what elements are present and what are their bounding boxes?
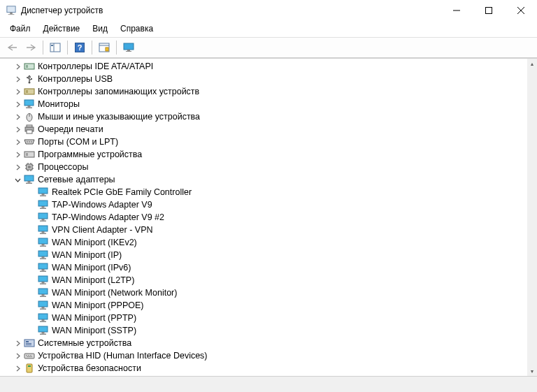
maximize-button[interactable] xyxy=(473,0,505,21)
hid-icon xyxy=(24,350,35,361)
toolbar-separator xyxy=(67,41,68,55)
svg-rect-80 xyxy=(42,307,45,309)
svg-rect-23 xyxy=(31,78,32,80)
device-tree[interactable]: Контроллеры IDE ATA/ATAPIКонтроллеры USB… xyxy=(0,59,527,376)
network-icon xyxy=(38,325,49,336)
menu-view[interactable]: Вид xyxy=(87,22,113,35)
svg-rect-27 xyxy=(28,106,31,108)
network-icon xyxy=(38,262,49,273)
category-item[interactable]: Процессоры xyxy=(0,161,527,173)
scan-hardware-button[interactable] xyxy=(96,40,113,55)
category-network-adapters[interactable]: Сетевые адаптеры xyxy=(0,173,527,186)
chevron-right-icon[interactable] xyxy=(13,363,22,373)
device-item[interactable]: TAP-Windows Adapter V9 xyxy=(0,198,527,211)
device-item[interactable]: WAN Miniport (IPv6) xyxy=(0,261,527,274)
menu-file[interactable]: Файл xyxy=(4,22,36,35)
svg-rect-95 xyxy=(30,355,31,356)
chevron-right-icon[interactable] xyxy=(13,74,22,84)
device-item[interactable]: WAN Miniport (SSTP) xyxy=(0,324,527,337)
category-item[interactable]: Мониторы xyxy=(0,98,527,110)
chevron-right-icon[interactable] xyxy=(13,112,22,122)
tree-item-label: WAN Miniport (Network Monitor) xyxy=(52,288,177,298)
tree-item-label: Сетевые адаптеры xyxy=(38,175,115,184)
chevron-right-icon[interactable] xyxy=(13,150,22,159)
network-icon xyxy=(38,237,49,248)
chevron-right-icon[interactable] xyxy=(13,99,22,109)
device-item[interactable]: WAN Miniport (PPTP) xyxy=(0,312,527,324)
svg-rect-72 xyxy=(40,271,46,273)
category-item[interactable]: Устройства безопасности xyxy=(0,362,527,375)
vertical-scrollbar[interactable]: ▲ ▼ xyxy=(527,59,537,376)
svg-rect-78 xyxy=(40,296,46,298)
network-icon xyxy=(38,275,49,286)
chevron-right-icon[interactable] xyxy=(13,87,22,96)
device-item[interactable]: VPN Client Adapter - VPN xyxy=(0,224,527,236)
device-item[interactable]: TAP-Windows Adapter V9 #2 xyxy=(0,211,527,224)
minimize-button[interactable] xyxy=(441,0,473,21)
chevron-right-icon[interactable] xyxy=(13,61,22,71)
category-item[interactable]: Контроллеры запоминающих устройств xyxy=(0,85,527,98)
svg-rect-67 xyxy=(38,251,48,256)
svg-rect-90 xyxy=(26,343,31,344)
chevron-right-icon[interactable] xyxy=(13,338,22,348)
device-item[interactable]: WAN Miniport (IKEv2) xyxy=(0,236,527,249)
scroll-down-icon[interactable]: ▼ xyxy=(527,366,537,376)
forward-button[interactable] xyxy=(22,40,39,55)
scroll-up-icon[interactable]: ▲ xyxy=(527,59,537,68)
svg-text:?: ? xyxy=(78,43,83,52)
device-item[interactable]: WAN Miniport (Network Monitor) xyxy=(0,286,527,299)
tree-item-label: Контроллеры IDE ATA/ATAPI xyxy=(38,61,153,71)
help-button[interactable]: ? xyxy=(71,40,88,55)
svg-rect-71 xyxy=(42,269,45,271)
svg-point-34 xyxy=(27,141,28,143)
printer-icon xyxy=(24,124,35,135)
category-item[interactable]: Порты (COM и LPT) xyxy=(0,136,527,148)
monitor-icon xyxy=(24,99,35,110)
svg-rect-85 xyxy=(38,326,48,332)
close-button[interactable] xyxy=(505,0,537,21)
tree-item-label: WAN Miniport (IP) xyxy=(52,250,122,260)
tree-item-label: VPN Client Adapter - VPN xyxy=(52,225,153,235)
category-item[interactable]: Контроллеры USB xyxy=(0,73,527,85)
svg-rect-87 xyxy=(40,334,46,335)
back-button[interactable] xyxy=(4,40,21,55)
svg-rect-96 xyxy=(27,356,32,357)
chevron-right-icon[interactable] xyxy=(13,351,22,361)
svg-rect-93 xyxy=(26,355,27,356)
svg-rect-89 xyxy=(26,341,29,342)
menu-action[interactable]: Действие xyxy=(38,22,86,35)
chevron-down-icon[interactable] xyxy=(13,175,22,184)
chevron-right-icon[interactable] xyxy=(13,162,22,172)
svg-rect-64 xyxy=(38,238,48,244)
svg-rect-58 xyxy=(38,213,48,219)
svg-point-35 xyxy=(29,141,30,143)
menubar: Файл Действие Вид Справка xyxy=(0,21,537,37)
chevron-right-icon[interactable] xyxy=(13,137,22,147)
category-item[interactable]: Устройства HID (Human Interface Devices) xyxy=(0,349,527,362)
tree-item-label: WAN Miniport (IKEv2) xyxy=(52,238,137,247)
svg-rect-16 xyxy=(127,50,130,51)
toolbar-separator xyxy=(43,41,43,55)
port-icon xyxy=(24,136,35,147)
monitor-button[interactable] xyxy=(120,40,137,55)
svg-rect-15 xyxy=(124,43,134,50)
svg-rect-2 xyxy=(8,14,15,15)
category-item[interactable]: Мыши и иные указывающие устройства xyxy=(0,110,527,123)
device-item[interactable]: WAN Miniport (IP) xyxy=(0,249,527,261)
cpu-icon xyxy=(24,161,35,173)
chevron-right-icon[interactable] xyxy=(13,124,22,134)
category-item[interactable]: Системные устройства xyxy=(0,337,527,349)
category-item[interactable]: Программные устройства xyxy=(0,148,527,161)
toolbar-separator xyxy=(92,41,92,55)
svg-rect-56 xyxy=(42,206,45,208)
category-item[interactable]: Контроллеры IDE ATA/ATAPI xyxy=(0,60,527,73)
category-item[interactable]: Очереди печати xyxy=(0,123,527,136)
show-hide-tree-button[interactable] xyxy=(47,40,64,55)
menu-help[interactable]: Справка xyxy=(115,22,159,35)
device-item[interactable]: WAN Miniport (PPPOE) xyxy=(0,299,527,312)
svg-rect-1 xyxy=(10,13,13,15)
device-item[interactable]: WAN Miniport (L2TP) xyxy=(0,274,527,286)
svg-rect-79 xyxy=(38,301,48,307)
device-item[interactable]: Realtek PCIe GbE Family Controller xyxy=(0,186,527,198)
svg-rect-62 xyxy=(42,231,45,233)
